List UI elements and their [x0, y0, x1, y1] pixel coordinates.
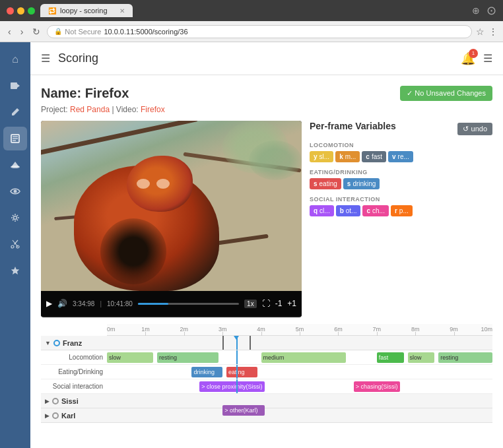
locomotion-section: LOCOMOTION ysl... km... cfast vre... [310, 142, 492, 162]
animal-name: Name: Firefox [41, 86, 129, 101]
video-controls: ▶ 🔊 3:34:98 | 10:41:80 1x ⛶ -1 +1 [41, 291, 302, 316]
social-playhead [236, 379, 238, 393]
minus-button[interactable]: -1 [275, 299, 283, 308]
sidebar-item-cut[interactable] [3, 232, 27, 256]
karl-group-row: ▶ Karl [41, 408, 492, 423]
browser-tab[interactable]: 🔁 loopy - scoring ✕ [40, 4, 133, 17]
sidebar-item-eye[interactable] [3, 179, 27, 203]
chip-ot[interactable]: bot... [336, 205, 361, 216]
refresh-button[interactable]: ↻ [30, 25, 43, 38]
chip-cl[interactable]: qcl... [310, 205, 334, 216]
locomotion-track[interactable]: slow resting medium fast slow resting [107, 350, 492, 365]
chip-drinking[interactable]: sdrinking [343, 178, 380, 189]
undo-button[interactable]: ↺ undo [457, 123, 492, 135]
segment-drinking[interactable]: drinking [191, 367, 222, 377]
segment-fast[interactable]: fast [377, 352, 404, 363]
franz-indicator [53, 340, 60, 346]
eating-track[interactable]: drinking eating [107, 365, 492, 379]
header-actions: 🔔 1 ☰ [461, 51, 492, 66]
address-bar[interactable]: 🔒 Not Secure 10.0.0.11:5000/scoring/36 [47, 25, 472, 38]
maximize-traffic-light[interactable] [28, 7, 35, 15]
main-content: ☰ Scoring 🔔 1 ☰ Name: Firefox ✓ No Unsav… [30, 42, 503, 448]
svg-marker-7 [11, 162, 19, 167]
segment-other-karl[interactable]: > other(Karl) [222, 405, 265, 416]
browser-chrome: 🔁 loopy - scoring ✕ ⊕ ⊙ ‹ › ↻ 🔒 Not Secu… [0, 0, 503, 42]
expand-arrow-franz: ▼ [45, 340, 51, 346]
sissi-group-header[interactable]: ▶ Sissi [41, 394, 107, 408]
project-label: Project: [41, 105, 70, 114]
fullscreen-button[interactable]: ⛶ [262, 299, 270, 308]
not-secure-label: Not Secure [65, 28, 101, 36]
social-chips: qcl... bot... cch... rp... [310, 205, 492, 216]
franz-group-row: ▼ Franz [41, 336, 492, 350]
segment-slow-1[interactable]: slow [107, 352, 153, 363]
chip-eating[interactable]: seating [310, 178, 341, 189]
karl-label: Karl [61, 412, 75, 420]
name-row: Name: Firefox ✓ No Unsaved Changes [41, 86, 492, 101]
list-view-button[interactable]: ☰ [483, 52, 492, 65]
sidebar: ⌂ [0, 42, 30, 448]
segment-resting-2[interactable]: resting [438, 352, 492, 363]
chip-fast[interactable]: cfast [362, 151, 386, 162]
more-options-button[interactable]: ⋮ [488, 26, 498, 37]
new-tab-button[interactable]: ⊕ [472, 5, 480, 16]
chip-p[interactable]: rp... [391, 205, 413, 216]
franz-group-header[interactable]: ▼ Franz [41, 336, 107, 350]
plus-button[interactable]: +1 [287, 299, 296, 308]
locomotion-row: Locomotion slow resting medium fast slow… [41, 350, 492, 365]
no-unsaved-changes-button[interactable]: ✓ No Unsaved Changes [400, 86, 492, 101]
eating-chips: seating sdrinking [310, 178, 492, 189]
svg-rect-0 [11, 82, 17, 89]
bookmark-button[interactable]: ☆ [476, 26, 485, 37]
vars-panel-title: Per-frame Variables [310, 121, 396, 131]
sidebar-item-gear[interactable] [3, 206, 27, 230]
speed-indicator[interactable]: 1x [244, 300, 257, 308]
karl-group-header[interactable]: ▶ Karl [41, 408, 107, 423]
volume-button[interactable]: 🔊 [57, 299, 67, 308]
segment-slow-2[interactable]: slow [408, 352, 435, 363]
segment-close-proximity[interactable]: > close proximity(Sissi) [199, 381, 265, 392]
sissi-header-track [107, 394, 492, 408]
chip-slow[interactable]: ysl... [310, 151, 333, 162]
sidebar-item-star[interactable] [3, 259, 27, 282]
sissi-label: Sissi [61, 397, 79, 405]
svg-marker-1 [17, 84, 20, 88]
close-traffic-light[interactable] [7, 7, 14, 15]
ruler-area: 0m 1m 2m 3m 4m 5m 6m 7m 8m 9m 10m [41, 324, 492, 336]
secure-icon: 🔒 [54, 28, 62, 35]
forward-button[interactable]: › [18, 25, 26, 38]
back-button[interactable]: ‹ [5, 25, 14, 38]
video-vars-row: ▶ 🔊 3:34:98 | 10:41:80 1x ⛶ -1 +1 [41, 121, 492, 317]
video-link[interactable]: Firefox [141, 105, 165, 114]
segment-chasing-sissi[interactable]: > chasing(Sissi) [354, 381, 400, 392]
project-link[interactable]: Red Panda [70, 105, 110, 114]
segment-medium[interactable]: medium [261, 352, 346, 363]
video-progress-bar[interactable] [138, 303, 239, 305]
chip-ch[interactable]: cch... [362, 205, 388, 216]
segment-resting-1[interactable]: resting [157, 352, 218, 363]
eating-section: EATING/DRINKING seating sdrinking [310, 169, 492, 189]
social-section: SOCIAL INTERACTION qcl... bot... cch... … [310, 196, 492, 216]
total-time: 10:41:80 [107, 300, 133, 307]
social-row: Social interaction > close proximity(Sis… [41, 379, 492, 394]
play-button[interactable]: ▶ [46, 299, 52, 308]
social-track[interactable]: > close proximity(Sissi) > other(Karl) >… [107, 379, 492, 394]
sidebar-item-home[interactable]: ⌂ [3, 48, 27, 71]
chip-resting[interactable]: vre... [388, 151, 413, 162]
hamburger-menu-button[interactable]: ☰ [41, 52, 50, 65]
segment-eating[interactable]: eating [226, 367, 257, 377]
tab-close-button[interactable]: ✕ [119, 7, 125, 15]
ruler-mark-0m: 0m [107, 326, 116, 333]
progress-fill [138, 303, 168, 305]
locomotion-label: LOCOMOTION [310, 142, 492, 148]
minimize-traffic-light[interactable] [17, 7, 24, 15]
sidebar-item-pencil[interactable] [3, 100, 27, 124]
svg-point-8 [14, 190, 17, 193]
notifications-button[interactable]: 🔔 1 [461, 51, 475, 66]
sidebar-item-hat[interactable] [3, 153, 27, 177]
sidebar-item-video[interactable] [3, 74, 27, 98]
address-text: 10.0.0.11:5000/scoring/36 [104, 28, 187, 36]
timeline: 0m 1m 2m 3m 4m 5m 6m 7m 8m 9m 10m [41, 324, 492, 423]
sidebar-item-scoring[interactable] [3, 127, 27, 150]
chip-medium[interactable]: km... [335, 151, 360, 162]
